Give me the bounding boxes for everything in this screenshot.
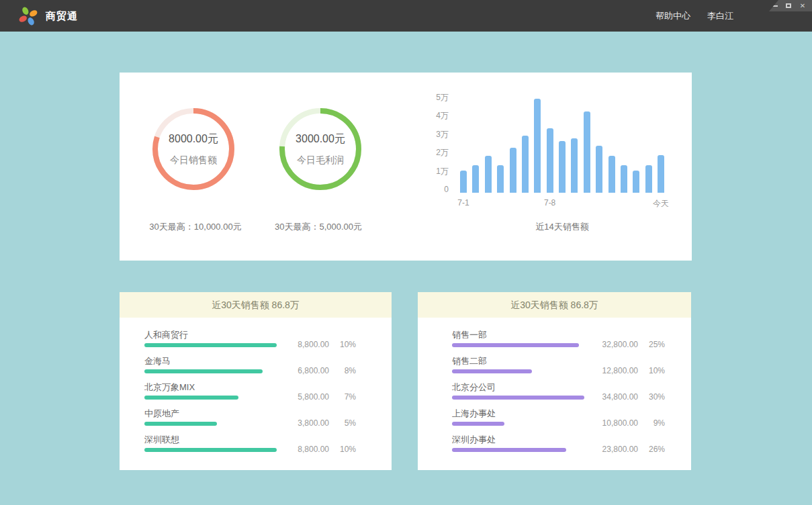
today-sales-donut-text: 8000.00元 今日销售额 — [150, 105, 237, 193]
item-percent: 5% — [329, 418, 356, 428]
item-bar — [452, 422, 504, 426]
item-label: 上海办事处 — [452, 408, 496, 420]
item-bar — [452, 343, 579, 347]
minimize-icon[interactable] — [770, 2, 778, 10]
daily-sales-bar — [522, 136, 529, 193]
today-profit-value: 3000.00元 — [296, 132, 345, 146]
item-label: 中原地产 — [144, 408, 179, 420]
item-bar — [144, 369, 263, 373]
item-label: 销售一部 — [452, 329, 487, 341]
item-percent: 9% — [638, 418, 665, 428]
item-amount: 23,800.00 — [587, 445, 638, 454]
departments-list: 销售一部32,800.0025%销售二部12,800.0010%北京分公司34,… — [452, 318, 665, 460]
daily-sales-bar — [584, 111, 590, 193]
item-percent: 10% — [329, 340, 356, 349]
item-amount: 10,800.00 — [587, 418, 638, 428]
list-item: 人和商贸行8,800.0010% — [144, 329, 356, 355]
item-percent: 25% — [638, 340, 665, 349]
y-tick-label: 1万 — [410, 166, 449, 177]
item-percent: 7% — [329, 392, 356, 402]
item-values: 10,800.009% — [587, 418, 665, 428]
daily-sales-bar — [645, 165, 652, 193]
item-label: 金海马 — [144, 355, 171, 367]
item-bar — [144, 448, 277, 452]
customers-card-title: 近30天销售额 86.8万 — [120, 292, 392, 318]
today-profit-donut-text: 3000.00元 今日毛利润 — [277, 105, 364, 193]
y-tick-label: 5万 — [410, 92, 449, 103]
x-tick-label: 7-8 — [544, 198, 555, 208]
y-tick-label: 3万 — [410, 129, 449, 140]
daily-sales-bar — [658, 155, 664, 193]
help-center-link[interactable]: 帮助中心 — [656, 0, 690, 32]
window-controls: ✕ — [769, 0, 812, 11]
daily-sales-bar — [608, 156, 615, 193]
list-item: 北京万象MIX5,800.007% — [144, 381, 356, 408]
daily-chart-title: 近14天销售额 — [460, 221, 664, 233]
item-amount: 12,800.00 — [587, 366, 638, 375]
item-amount: 3,800.00 — [278, 418, 329, 428]
list-item: 销售一部32,800.0025% — [452, 329, 665, 355]
daily-sales-bar — [534, 99, 541, 193]
item-values: 32,800.0025% — [587, 340, 665, 349]
item-amount: 5,800.00 — [278, 392, 329, 402]
app-window: { "header": { "app_title": "商贸通", "nav":… — [0, 0, 812, 505]
pinwheel-logo-icon — [17, 5, 39, 27]
daily-sales-bar — [621, 165, 627, 193]
item-label: 深圳联想 — [144, 434, 179, 446]
item-label: 北京万象MIX — [144, 381, 195, 394]
item-values: 6,800.008% — [278, 366, 356, 375]
customers-list: 人和商贸行8,800.0010%金海马6,800.008%北京万象MIX5,80… — [144, 318, 356, 460]
daily-sales-bar — [633, 171, 639, 193]
maximize-icon[interactable] — [784, 2, 793, 10]
item-bar — [144, 343, 277, 347]
daily-chart-x-axis: 7-17-8今天 — [460, 198, 664, 209]
list-item: 金海马6,800.008% — [144, 355, 356, 381]
item-label: 销售二部 — [452, 355, 487, 367]
item-label: 深圳办事处 — [452, 434, 496, 446]
daily-sales-bar — [460, 171, 467, 193]
daily-sales-bar — [485, 156, 492, 193]
daily-chart-y-axis: 01万2万3万4万5万 — [410, 73, 449, 200]
daily-bars — [460, 98, 664, 193]
item-bar — [144, 396, 238, 400]
list-item: 北京分公司34,800.0030% — [452, 381, 665, 408]
item-label: 北京分公司 — [452, 381, 496, 394]
item-percent: 30% — [638, 392, 665, 402]
today-profit-label: 今日毛利润 — [297, 154, 344, 167]
list-item: 深圳联想8,800.0010% — [144, 434, 356, 460]
list-item: 上海办事处10,800.009% — [452, 408, 665, 434]
daily-sales-bar — [472, 165, 479, 193]
today-profit-30d-max: 30天最高：5,000.00元 — [251, 221, 386, 233]
daily-sales-bar — [497, 165, 504, 193]
departments-card-title: 近30天销售额 86.8万 — [418, 292, 691, 318]
close-icon[interactable]: ✕ — [799, 2, 807, 10]
y-tick-label: 0 — [410, 184, 449, 195]
item-bar — [452, 396, 584, 400]
item-percent: 26% — [638, 445, 665, 454]
daily-sales-bar — [547, 128, 553, 193]
item-amount: 6,800.00 — [278, 366, 329, 375]
departments-card: 近30天销售额 86.8万 销售一部32,800.0025%销售二部12,800… — [418, 292, 691, 470]
daily-sales-bar — [571, 138, 578, 193]
item-amount: 8,800.00 — [278, 445, 329, 454]
y-tick-label: 2万 — [410, 147, 449, 158]
user-menu[interactable]: 李白江 — [707, 0, 733, 32]
list-item: 深圳办事处23,800.0026% — [452, 434, 665, 460]
item-label: 人和商贸行 — [144, 329, 188, 341]
item-bar — [144, 422, 217, 426]
today-sales-label: 今日销售额 — [170, 154, 217, 167]
x-tick-label: 今天 — [653, 198, 669, 210]
item-values: 23,800.0026% — [587, 445, 665, 454]
item-values: 8,800.0010% — [278, 445, 356, 454]
list-item: 销售二部12,800.0010% — [452, 355, 665, 381]
item-bar — [452, 369, 532, 373]
y-tick-label: 4万 — [410, 110, 449, 121]
item-values: 5,800.007% — [278, 392, 356, 402]
item-bar — [452, 448, 566, 452]
item-amount: 32,800.00 — [587, 340, 638, 349]
item-values: 3,800.005% — [278, 418, 356, 428]
overview-card: 8000.00元 今日销售额 30天最高：10,000.00元 3000.00元… — [120, 73, 692, 261]
today-sales-30d-max: 30天最高：10,000.00元 — [128, 221, 263, 233]
daily-sales-bar — [559, 141, 566, 193]
app-title: 商贸通 — [46, 0, 78, 32]
